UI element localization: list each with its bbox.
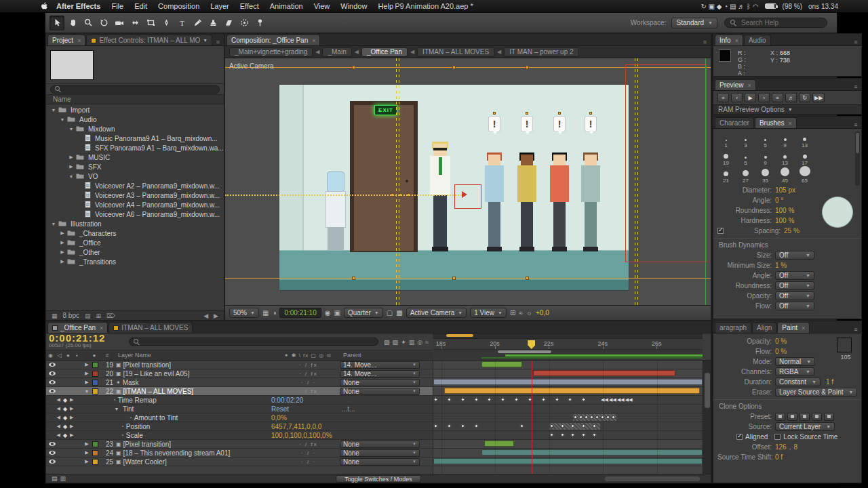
new-folder-icon[interactable]: ▤ xyxy=(85,312,91,319)
next-keyframe-icon[interactable]: ▶ xyxy=(70,406,73,411)
source-time-shift-value[interactable]: 0 f xyxy=(775,453,783,461)
parent-column-header[interactable]: Parent xyxy=(339,352,419,359)
layer-name[interactable]: Mask xyxy=(123,379,139,386)
label-chip[interactable] xyxy=(92,380,98,386)
project-item-label[interactable]: _Office xyxy=(79,239,101,247)
layer-duration-bar[interactable] xyxy=(484,441,514,447)
last-frame-button[interactable]: » xyxy=(772,93,783,102)
parent-select[interactable]: None▼ xyxy=(340,441,420,448)
parent-select[interactable]: None▼ xyxy=(340,388,420,395)
layer-name[interactable]: [18 – This neverending stream A01] xyxy=(123,449,231,457)
project-bit-depth[interactable]: 8 bpc xyxy=(63,312,79,319)
project-item[interactable]: ▶_Office xyxy=(46,238,224,247)
keyframe-arrow-icon[interactable]: ◀◀ xyxy=(609,397,616,403)
layer-handle[interactable] xyxy=(352,277,355,280)
paint-value[interactable]: 0 % xyxy=(775,348,787,355)
label-chip[interactable] xyxy=(92,441,98,447)
brush-setting-value[interactable]: 0 ° xyxy=(775,197,783,204)
menu-layer[interactable]: Layer xyxy=(205,2,235,10)
add-keyframe-icon[interactable]: ◆ xyxy=(63,424,67,430)
project-item-label[interactable]: Mixdown xyxy=(88,125,115,133)
project-item-label[interactable]: _Characters xyxy=(79,230,116,237)
roi-button[interactable]: ▢ xyxy=(387,309,393,317)
brush-preset[interactable]: 5 xyxy=(755,131,775,148)
timeline-property-row[interactable]: ◀◆▶◔Scale100,0,100,0,100,0% xyxy=(46,431,711,440)
first-frame-button[interactable]: « xyxy=(717,93,729,102)
graph-editor-icon[interactable]: ≈ xyxy=(424,339,430,346)
brush-preset[interactable]: 5 xyxy=(736,148,755,166)
project-item[interactable]: ▼Illustration xyxy=(46,219,224,228)
brush-setting-value[interactable]: 25 % xyxy=(784,227,800,235)
project-item-label[interactable]: Audio xyxy=(79,116,97,123)
timeline-layer-row[interactable]: ▶20▣[19 – Like an evil A05]· / fx14. Mov… xyxy=(46,369,711,378)
project-item-label[interactable]: Voiceover A2 – Panorama9_mixdown.w... xyxy=(95,182,220,190)
add-keyframe-icon[interactable]: ◆ xyxy=(63,406,67,412)
video-switch[interactable] xyxy=(47,451,56,455)
stopwatch-icon[interactable]: ◔ xyxy=(113,397,116,403)
brush-preset[interactable]: 35 xyxy=(755,166,775,184)
navigator-segment[interactable] xyxy=(446,334,473,337)
keyframe[interactable] xyxy=(473,424,478,428)
layer-switches[interactable]: · / fx xyxy=(277,388,340,394)
work-area-segment[interactable] xyxy=(498,350,552,353)
project-item-label[interactable]: MUSIC xyxy=(88,154,110,161)
layer-name-column-header[interactable]: Layer Name xyxy=(115,352,277,359)
clone-preset-3[interactable] xyxy=(800,413,810,421)
twirl-icon[interactable]: ▼ xyxy=(59,117,66,122)
frame-blend-icon[interactable]: ▥ xyxy=(408,339,416,346)
keyframe[interactable] xyxy=(581,397,586,402)
offset-y-value[interactable]: 8 xyxy=(793,443,797,451)
transparency-grid-button[interactable]: ▩ xyxy=(396,309,402,317)
project-item[interactable]: Voiceover A3 – Panorama9_mixdown.w... xyxy=(46,190,224,200)
project-item-label[interactable]: Voiceover A6 – Panorama9_mixdown.w... xyxy=(95,211,220,218)
keyframe[interactable] xyxy=(500,397,505,402)
paint-select[interactable]: Normal▼ xyxy=(775,357,815,366)
hand-tool[interactable] xyxy=(65,16,80,30)
layer-switches[interactable]: · / · xyxy=(277,450,340,456)
project-item-label[interactable]: SFX Panorama9 A1 – Barq_mixdown.wa... xyxy=(95,144,224,152)
layer-duration-bar[interactable] xyxy=(481,361,522,367)
brush-tool[interactable] xyxy=(190,16,205,30)
selection-tool[interactable] xyxy=(50,16,64,30)
previous-keyframe-icon[interactable]: ◀ xyxy=(57,397,60,403)
timeline-layer-row[interactable]: ▶23▣[Pixel transition]· / fxNone▼ xyxy=(46,440,711,449)
project-item[interactable]: SFX Panorama9 A1 – Barq_mixdown.wa... xyxy=(46,143,224,152)
previous-frame-button[interactable]: ‹ xyxy=(731,93,743,102)
checkbox[interactable] xyxy=(717,228,724,234)
layer-handle[interactable] xyxy=(452,277,456,280)
project-search-input[interactable] xyxy=(50,85,220,94)
offset-x-value[interactable]: 126 xyxy=(775,443,787,451)
property-value[interactable]: 0,0% xyxy=(271,414,287,422)
clone-source-select[interactable]: Current Layer▼ xyxy=(775,422,835,431)
brush-dynamic-select[interactable]: Off▼ xyxy=(775,251,814,260)
draft-3d-icon[interactable]: ▨ xyxy=(391,339,400,346)
paint-value[interactable]: 0 % xyxy=(775,338,787,345)
paint-select[interactable]: Layer Source & Paint▼ xyxy=(775,388,857,396)
twirl-icon[interactable]: ▶ xyxy=(59,259,66,264)
twirl-icon[interactable]: ▶ xyxy=(68,164,75,169)
property-value[interactable]: 6457,7,411,0,0,0 xyxy=(271,423,321,430)
help-search-box[interactable] xyxy=(724,18,827,28)
layer-handle[interactable] xyxy=(526,66,529,69)
breadcrumb-item[interactable]: _Office Pan xyxy=(361,47,408,57)
camera-tool[interactable] xyxy=(112,16,127,30)
add-keyframe-icon[interactable]: ◆ xyxy=(63,397,67,403)
twirl-icon[interactable]: ▶ xyxy=(59,230,66,236)
brush-preset[interactable]: 9 xyxy=(775,131,795,148)
exposure-display[interactable]: +0,0 xyxy=(536,309,549,317)
brush-preset[interactable]: 19 xyxy=(716,148,736,166)
bluetooth-icon[interactable]: ᛒ xyxy=(747,3,753,10)
tab-effect-controls[interactable]: Effect Controls: ITMAN – ALL MO ▼ xyxy=(86,35,212,45)
video-switch[interactable] xyxy=(47,380,56,384)
brush-preset[interactable]: 9 xyxy=(755,148,775,166)
loop-button[interactable]: ↻ xyxy=(799,93,810,102)
panel-menu-icon[interactable]: ≡ xyxy=(701,39,709,45)
keyframe-arrow-icon[interactable]: ◀◀ xyxy=(601,397,608,403)
keyframe[interactable] xyxy=(514,397,519,402)
add-keyframe-icon[interactable]: ◆ xyxy=(63,415,67,421)
scroll-left-icon[interactable]: ◀ xyxy=(203,312,208,319)
video-switch[interactable] xyxy=(47,363,56,367)
app-menu[interactable]: After Effects xyxy=(51,2,106,10)
brush-preset[interactable]: 65 xyxy=(795,166,814,184)
time-ruler[interactable]: 18s20s22s24s26s xyxy=(433,339,703,350)
